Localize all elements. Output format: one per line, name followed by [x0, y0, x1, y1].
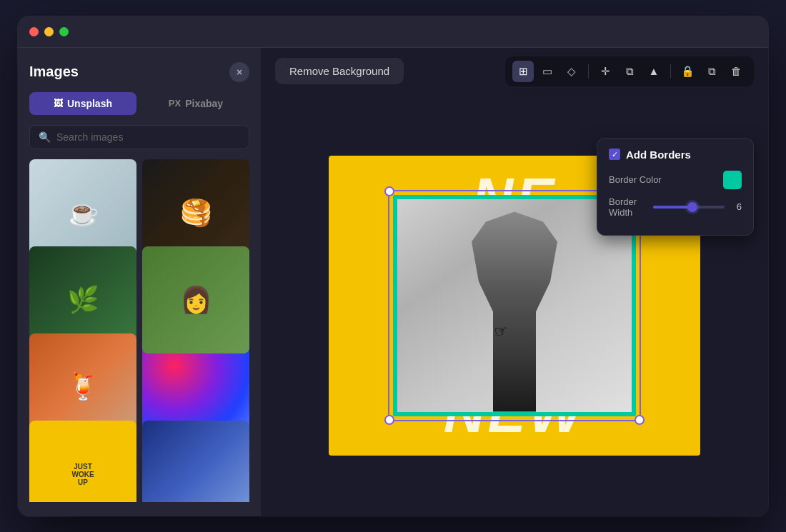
lock-icon: 🔒 [681, 65, 695, 78]
tool-icons: ⊞ ▭ ◇ ✛ ⧉ ▲ [505, 56, 754, 86]
border-width-value: 6 [730, 201, 742, 212]
search-input[interactable] [56, 131, 240, 143]
unsplash-icon: 🖼 [54, 98, 63, 109]
slider-thumb[interactable] [687, 202, 697, 212]
crop-icon: ⊞ [519, 65, 528, 78]
props-title: Add Borders [626, 149, 691, 161]
canvas-area: Remove Background ⊞ ▭ ◇ ✛ [261, 48, 768, 516]
transform-icon: ▭ [542, 65, 552, 78]
copy-icon: ⧉ [708, 65, 716, 78]
shape-tool-button[interactable]: ◇ [561, 61, 582, 82]
tab-row: 🖼 Unsplash PX Pixabay [29, 92, 249, 115]
tab-unsplash-label: Unsplash [67, 98, 112, 109]
search-icon: 🔍 [39, 131, 51, 143]
tab-unsplash[interactable]: 🖼 Unsplash [29, 92, 136, 115]
traffic-lights [29, 27, 69, 36]
lock-tool-button[interactable]: 🔒 [677, 61, 698, 82]
minimize-button[interactable] [44, 27, 54, 36]
tab-pixabay[interactable]: PX Pixabay [142, 92, 249, 115]
sidebar-header: Images × [29, 62, 249, 82]
tool-separator-2 [670, 64, 671, 79]
crop-tool-button[interactable]: ⊞ [512, 61, 534, 82]
sidebar: Images × 🖼 Unsplash PX Pixabay 🔍 [18, 48, 261, 516]
border-width-slider-container: 6 [653, 201, 742, 212]
move-icon: ✛ [601, 65, 610, 78]
app-window: Images × 🖼 Unsplash PX Pixabay 🔍 [18, 16, 768, 516]
border-width-label: Border Width [609, 196, 653, 218]
border-width-row: Border Width 6 [609, 196, 742, 218]
slider-track[interactable] [653, 206, 725, 209]
maximize-button[interactable] [59, 27, 69, 36]
border-color-label: Border Color [609, 174, 662, 185]
move-tool-button[interactable]: ✛ [595, 61, 616, 82]
main-area: Images × 🖼 Unsplash PX Pixabay 🔍 [18, 48, 768, 516]
list-item[interactable] [29, 421, 136, 502]
canvas-viewport[interactable]: NE NEW [261, 95, 768, 516]
toolbar-row: Remove Background ⊞ ▭ ◇ ✛ [261, 48, 768, 95]
image-grid [29, 159, 249, 502]
mountain-icon: ▲ [649, 65, 660, 77]
copy-tool-button[interactable]: ⧉ [701, 61, 722, 82]
pixabay-icon: PX [169, 98, 181, 109]
sidebar-title: Images [29, 64, 79, 80]
layers-icon: ⧉ [626, 65, 634, 78]
layers-tool-button[interactable]: ⧉ [619, 61, 640, 82]
search-bar: 🔍 [29, 125, 249, 149]
remove-background-button[interactable]: Remove Background [275, 58, 404, 84]
transform-tool-button[interactable]: ▭ [537, 61, 558, 82]
delete-tool-button[interactable]: 🗑 [725, 61, 747, 82]
border-color-row: Border Color [609, 171, 742, 189]
add-borders-checkbox[interactable]: ✓ [609, 149, 620, 160]
slider-fill [653, 206, 692, 209]
sidebar-close-button[interactable]: × [229, 62, 249, 82]
title-bar [18, 16, 768, 48]
props-header: ✓ Add Borders [609, 149, 742, 161]
tool-separator [588, 64, 589, 79]
border-color-swatch[interactable] [723, 171, 742, 189]
list-item[interactable] [142, 246, 249, 353]
properties-panel: ✓ Add Borders Border Color Border Width [597, 138, 754, 236]
close-button[interactable] [29, 27, 39, 36]
list-item[interactable] [142, 421, 249, 502]
tab-pixabay-label: Pixabay [185, 98, 223, 109]
mountain-tool-button[interactable]: ▲ [643, 61, 665, 82]
delete-icon: 🗑 [731, 65, 742, 77]
shape-icon: ◇ [567, 65, 576, 78]
